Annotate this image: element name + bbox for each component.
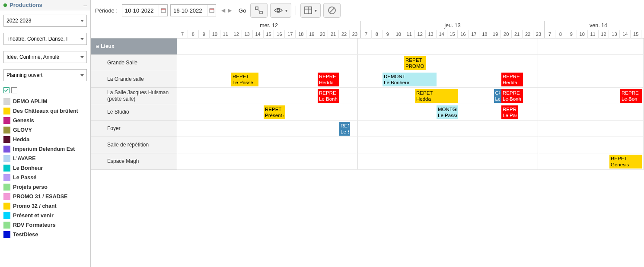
hour-label: 9: [566, 30, 577, 38]
legend-item[interactable]: Présent et venir: [3, 211, 87, 220]
legend-swatch: [3, 136, 10, 143]
legend-item[interactable]: Hedda: [3, 135, 87, 144]
legend-item[interactable]: Projets perso: [3, 182, 87, 192]
legend-item[interactable]: GLOVY: [3, 125, 87, 135]
schedule-event[interactable]: REPREHedda: [318, 73, 339, 86]
schedule-event[interactable]: REPRELe Bon: [620, 89, 642, 103]
legend-label: Genesis: [13, 118, 34, 124]
date-from-wrap: [122, 4, 168, 16]
sidebar-body: 2022-2023 Théâtre, Concert, Danse, I Idé…: [0, 10, 90, 244]
legend-item[interactable]: Genesis: [3, 116, 87, 125]
event-title: REPRE: [319, 73, 338, 79]
hour-label: 20: [501, 30, 512, 38]
event-title: REPET: [233, 73, 257, 79]
legend-item[interactable]: RDV Formateurs: [3, 220, 87, 230]
event-subtitle: Hedda: [319, 79, 338, 86]
hour-label: 15: [447, 30, 458, 38]
event-subtitle: Le Pass: [503, 112, 516, 118]
schedule-event[interactable]: REPREHedda: [501, 73, 523, 86]
period-label: Période :: [95, 7, 118, 14]
collapse-sidebar-button[interactable]: –: [83, 2, 87, 9]
next-period-button[interactable]: ▶: [228, 7, 232, 13]
nav-arrows: ◀ ▶: [221, 7, 232, 13]
schedule-event[interactable]: REPETGenesis: [609, 155, 642, 168]
legend-swatch: [3, 174, 10, 181]
schedule-event[interactable]: REPETPROMO 3: [404, 56, 426, 70]
event-subtitle: Hedda: [416, 96, 457, 102]
grid-row: [177, 104, 644, 121]
legend-item[interactable]: Promo 32 / chant: [3, 201, 87, 211]
visibility-button[interactable]: ▾: [270, 3, 291, 18]
schedule-event[interactable]: REPETLe Passé: [231, 73, 258, 86]
hour-label: 15: [264, 30, 274, 38]
legend-item[interactable]: Le Bonheur: [3, 163, 87, 173]
prev-period-button[interactable]: ◀: [221, 7, 225, 13]
category-select[interactable]: Théâtre, Concert, Danse, I: [3, 33, 87, 45]
svg-line-11: [329, 8, 335, 13]
layout-button[interactable]: ▾: [300, 3, 321, 18]
legend-label: Imperium Delendum Est: [13, 146, 75, 152]
svg-point-6: [277, 9, 280, 12]
schedule-event[interactable]: RENLe B: [339, 122, 350, 136]
legend-label: GLOVY: [13, 127, 32, 133]
legend-item[interactable]: L'AVARE: [3, 154, 87, 163]
sidebar-header: Productions –: [0, 0, 90, 10]
row-label[interactable]: Foyer: [91, 121, 177, 137]
uncheck-all-icon[interactable]: [11, 87, 17, 93]
status-dot-icon: [3, 3, 7, 7]
calendar-icon[interactable]: [207, 5, 216, 16]
hour-label: 10: [210, 30, 220, 38]
schedule-event[interactable]: REPRELe Pass: [501, 105, 518, 119]
schedule-event[interactable]: REPRELe Bonh: [501, 89, 523, 103]
row-label[interactable]: Grande Salle: [91, 55, 177, 71]
legend-swatch: [3, 193, 10, 200]
event-subtitle: Présent et: [265, 112, 284, 118]
row-label[interactable]: La Grande salle: [91, 71, 177, 88]
event-subtitle: PROMO 3: [405, 63, 424, 69]
event-title: REPRE: [622, 90, 641, 96]
season-select[interactable]: 2022-2023: [3, 15, 87, 27]
fit-view-button[interactable]: [250, 3, 268, 18]
legend-item[interactable]: DEMO APLIM: [3, 97, 87, 106]
clear-button[interactable]: [323, 3, 341, 18]
schedule-grid[interactable]: REPETPROMO 3REPETLe PasséREPREHeddaDEMON…: [177, 38, 644, 170]
calendar-icon[interactable]: [159, 5, 167, 16]
date-from-input[interactable]: [122, 6, 159, 16]
hour-label: 19: [490, 30, 501, 38]
row-label[interactable]: Salle de répétition: [91, 137, 177, 153]
schedule-event[interactable]: CONLe B: [494, 89, 502, 103]
hour-label: 22: [523, 30, 533, 38]
legend-controls: [3, 87, 87, 93]
hour-label: 11: [588, 30, 599, 38]
planning-select[interactable]: Planning ouvert: [3, 69, 87, 81]
row-label[interactable]: Le Studio: [91, 104, 177, 121]
check-all-icon[interactable]: [3, 87, 10, 93]
collapse-icon[interactable]: ⊟: [96, 43, 99, 49]
status-select[interactable]: Idée, Confirmé, Annulé: [3, 51, 87, 63]
schedule-event[interactable]: REPETHedda: [415, 89, 458, 103]
hour-label: 8: [188, 30, 199, 38]
row-label[interactable]: Espace Magh: [91, 153, 177, 170]
event-title: REPRE: [503, 106, 516, 112]
legend-item[interactable]: Imperium Delendum Est: [3, 144, 87, 154]
legend-label: Hedda: [13, 137, 29, 143]
schedule-event[interactable]: REPETPrésent et: [264, 105, 285, 119]
row-label[interactable]: La Salle Jacques Huisman (petite salle): [91, 88, 177, 104]
legend-item[interactable]: Des Châteaux qui brûlent: [3, 106, 87, 116]
schedule-event[interactable]: MONTGELe Passé: [437, 105, 458, 119]
legend-item[interactable]: PROMO 31 / ESADSE: [3, 192, 87, 201]
legend-swatch: [3, 117, 10, 124]
go-button[interactable]: Go: [237, 6, 248, 16]
schedule-event[interactable]: REPRELe Bonh: [318, 89, 339, 103]
legend-item[interactable]: Le Passé: [3, 173, 87, 182]
date-to-input[interactable]: [171, 6, 207, 16]
hour-label: 11: [220, 30, 231, 38]
schedule-body: ⊟ LieuxGrande SalleLa Grande salleLa Sal…: [91, 38, 644, 170]
legend-label: PROMO 31 / ESADSE: [13, 194, 67, 200]
legend-swatch: [3, 127, 10, 134]
schedule-event[interactable]: DEMONTLe Bonheur: [383, 73, 437, 86]
legend-item[interactable]: TestDiese: [3, 230, 87, 239]
group-row[interactable]: ⊟ Lieux: [91, 38, 177, 55]
schedule-header: mer. 127891011121314151617181920212223je…: [91, 21, 644, 38]
event-title: REPET: [405, 57, 424, 63]
